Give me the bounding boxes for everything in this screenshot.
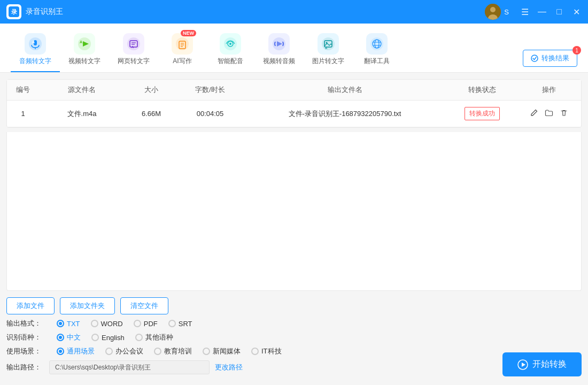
delete-icon[interactable] bbox=[560, 109, 568, 119]
lang-chinese-radio[interactable] bbox=[57, 334, 64, 341]
tab-video-to-audio[interactable]: 视频转音频 bbox=[254, 29, 304, 72]
tab-video-to-text[interactable]: A 视频转文字 bbox=[60, 29, 109, 72]
video-to-text-icon: A bbox=[74, 33, 95, 55]
edit-icon[interactable] bbox=[530, 109, 538, 119]
tab-image-to-text[interactable]: A 图片转文字 bbox=[304, 29, 353, 72]
file-buttons-area: 添加文件 添加文件夹 清空文件 bbox=[0, 291, 588, 319]
table-row: 1 文件.m4a 6.66M 00:04:05 文件-录音识别王-1687932… bbox=[7, 101, 581, 127]
col-duration: 字数/时长 bbox=[178, 85, 242, 95]
col-size: 大小 bbox=[125, 85, 178, 95]
add-file-button[interactable]: 添加文件 bbox=[6, 297, 55, 314]
col-source: 源文件名 bbox=[39, 85, 125, 95]
lang-english[interactable]: English bbox=[91, 334, 125, 342]
start-convert-label: 开始转换 bbox=[532, 359, 567, 370]
file-table: 编号 源文件名 大小 字数/时长 输出文件名 转换状态 操作 1 文件.m4a … bbox=[6, 79, 582, 128]
maximize-btn[interactable]: □ bbox=[554, 7, 564, 17]
use-scenario-group: 通用场景 办公会议 教育培训 新闻媒体 bbox=[57, 346, 282, 356]
tab-ai-write[interactable]: NEW AI写作 bbox=[158, 29, 206, 72]
format-txt-radio[interactable] bbox=[57, 320, 64, 327]
tab-translate-tool[interactable]: 翻译工具 bbox=[353, 29, 401, 72]
table-header: 编号 源文件名 大小 字数/时长 输出文件名 转换状态 操作 bbox=[7, 80, 581, 101]
audio-to-text-icon: A bbox=[25, 33, 46, 55]
format-srt[interactable]: SRT bbox=[168, 320, 192, 328]
clear-files-button[interactable]: 清空文件 bbox=[120, 297, 168, 314]
svg-point-22 bbox=[229, 43, 231, 45]
tab-smart-dubbing[interactable]: 智能配音 bbox=[206, 29, 254, 72]
use-scenario-row: 使用场景： 通用场景 办公会议 教育培训 bbox=[6, 346, 492, 356]
tab-webpage-to-text-label: 网页转文字 bbox=[118, 57, 150, 66]
cell-status: 转换成功 bbox=[447, 107, 517, 120]
change-path-link[interactable]: 更改路径 bbox=[215, 363, 243, 372]
window-controls: ☰ — □ ✕ bbox=[520, 7, 582, 17]
bottom-section: 输出格式： TXT WORD PDF bbox=[0, 319, 588, 385]
format-pdf[interactable]: PDF bbox=[134, 320, 158, 328]
use-scenario-label: 使用场景： bbox=[6, 346, 44, 356]
scenario-office[interactable]: 办公会议 bbox=[105, 346, 143, 356]
lang-english-label: English bbox=[102, 334, 125, 342]
ai-write-icon: NEW bbox=[172, 33, 193, 55]
svg-point-34 bbox=[531, 55, 538, 61]
avatar bbox=[485, 4, 501, 20]
menu-btn[interactable]: ☰ bbox=[520, 7, 530, 17]
scenario-general[interactable]: 通用场景 bbox=[57, 346, 95, 356]
scenario-it[interactable]: IT科技 bbox=[251, 346, 282, 356]
cell-source-file: 文件.m4a bbox=[39, 109, 125, 119]
scenario-news-label: 新闻媒体 bbox=[213, 346, 241, 356]
video-to-audio-icon bbox=[268, 33, 290, 55]
scenario-education[interactable]: 教育培训 bbox=[154, 346, 192, 356]
col-output: 输出文件名 bbox=[242, 85, 447, 95]
col-id: 编号 bbox=[7, 85, 39, 95]
folder-icon[interactable] bbox=[545, 109, 553, 119]
logo-icon: 录 bbox=[9, 6, 19, 17]
lang-other-label: 其他语种 bbox=[145, 333, 173, 342]
scenario-education-radio[interactable] bbox=[154, 348, 161, 355]
add-folder-button[interactable]: 添加文件夹 bbox=[60, 297, 115, 314]
convert-result-button[interactable]: 转换结果 1 bbox=[523, 50, 577, 67]
format-word-radio[interactable] bbox=[91, 320, 98, 327]
output-path-row: 输出路径： 更改路径 bbox=[6, 360, 492, 374]
tab-translate-tool-label: 翻译工具 bbox=[364, 57, 390, 66]
svg-text:A: A bbox=[32, 40, 35, 44]
cell-id: 1 bbox=[7, 110, 39, 118]
start-convert-button[interactable]: 开始转换 bbox=[502, 352, 582, 376]
cell-duration: 00:04:05 bbox=[178, 110, 242, 118]
scenario-general-label: 通用场景 bbox=[67, 346, 95, 356]
tab-image-to-text-label: 图片转文字 bbox=[312, 57, 344, 66]
format-word-label: WORD bbox=[101, 320, 123, 328]
scenario-general-radio[interactable] bbox=[57, 348, 64, 355]
output-path-input[interactable] bbox=[49, 360, 210, 374]
smart-dubbing-icon bbox=[220, 33, 241, 55]
col-status: 转换状态 bbox=[447, 85, 517, 95]
scenario-it-radio[interactable] bbox=[251, 348, 259, 355]
format-srt-radio[interactable] bbox=[168, 320, 176, 327]
output-format-group: TXT WORD PDF SRT bbox=[57, 320, 192, 328]
titlebar: 录 录音识别王 S ☰ — □ ✕ bbox=[0, 0, 588, 24]
tab-ai-write-label: AI写作 bbox=[173, 57, 191, 66]
recognition-lang-row: 识别语种： 中文 English 其他语种 bbox=[6, 333, 492, 342]
scenario-office-radio[interactable] bbox=[105, 348, 113, 355]
tab-webpage-to-text[interactable]: A 网页转文字 bbox=[109, 29, 158, 72]
minimize-btn[interactable]: — bbox=[537, 7, 547, 17]
image-to-text-icon: A bbox=[318, 33, 339, 55]
tab-audio-to-text[interactable]: A 音频转文字 bbox=[11, 29, 60, 72]
lang-other[interactable]: 其他语种 bbox=[135, 333, 173, 342]
format-pdf-radio[interactable] bbox=[134, 320, 141, 327]
cell-actions bbox=[517, 109, 581, 119]
lang-other-radio[interactable] bbox=[135, 334, 143, 341]
output-format-label: 输出格式： bbox=[6, 319, 44, 328]
user-info: S bbox=[485, 4, 509, 20]
toolbar-right: 转换结果 1 bbox=[523, 50, 577, 72]
lang-english-radio[interactable] bbox=[91, 334, 99, 341]
webpage-to-text-icon: A bbox=[123, 33, 144, 55]
empty-area bbox=[6, 132, 582, 291]
scenario-news-radio[interactable] bbox=[203, 348, 210, 355]
close-btn[interactable]: ✕ bbox=[571, 7, 582, 17]
col-actions: 操作 bbox=[517, 85, 581, 95]
format-word[interactable]: WORD bbox=[91, 320, 123, 328]
lang-chinese[interactable]: 中文 bbox=[57, 333, 81, 342]
scenario-news[interactable]: 新闻媒体 bbox=[203, 346, 241, 356]
tab-audio-to-text-label: 音频转文字 bbox=[19, 57, 51, 66]
format-txt[interactable]: TXT bbox=[57, 320, 80, 328]
cell-output-file: 文件-录音识别王-1687932205790.txt bbox=[242, 109, 447, 119]
app-title: 录音识别王 bbox=[26, 7, 485, 17]
